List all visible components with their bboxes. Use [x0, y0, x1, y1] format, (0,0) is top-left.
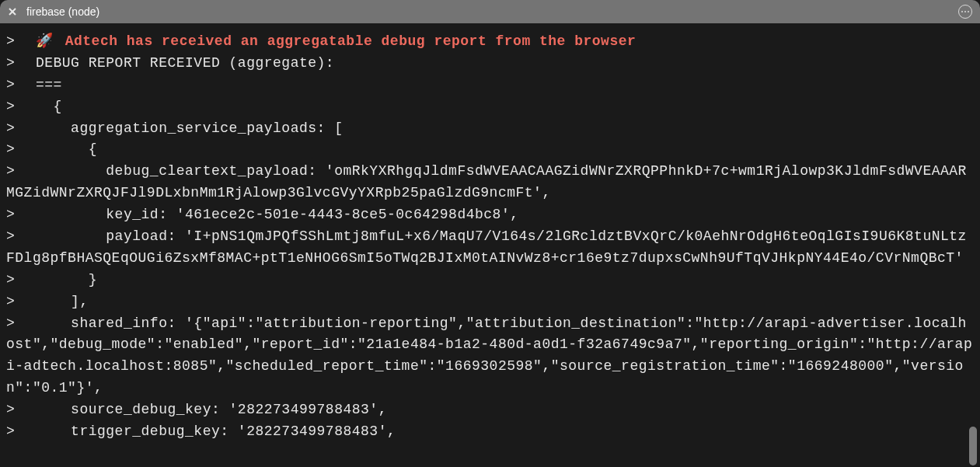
terminal-line: > {: [6, 139, 974, 161]
prompt-marker: >: [6, 294, 33, 309]
terminal-line: > key_id: '461ece2c-501e-4443-8ce5-0c642…: [6, 204, 974, 226]
prompt-marker: >: [6, 141, 33, 157]
scrollbar-track[interactable]: [971, 23, 978, 467]
terminal-text: {: [36, 141, 97, 157]
terminal-line: > shared_info: '{"api":"attribution-repo…: [6, 313, 974, 400]
terminal-line: > payload: 'I+pNS1QmJPQfSShLmtj8mfuL+x6/…: [6, 226, 974, 270]
tab-options-button[interactable]: [958, 5, 972, 19]
terminal-text: trigger_debug_key: '282273499788483',: [36, 423, 396, 439]
prompt-marker: >: [6, 77, 33, 92]
terminal-text: {: [36, 99, 62, 114]
terminal-line: > aggregation_service_payloads: [: [6, 118, 974, 140]
close-icon: [9, 8, 16, 16]
terminal-line: > 🚀 Adtech has received an aggregatable …: [6, 31, 974, 53]
terminal-text: source_debug_key: '282273499788483',: [36, 402, 387, 417]
terminal-text: aggregation_service_payloads: [: [36, 120, 344, 136]
prompt-marker: >: [6, 99, 33, 114]
prompt-marker: >: [6, 228, 33, 244]
terminal-text: ===: [36, 77, 62, 92]
terminal-text: key_id: '461ece2c-501e-4443-8ce5-0c64298…: [36, 207, 519, 222]
tab-title: firebase (node): [26, 5, 99, 18]
terminal-line: > debug_cleartext_payload: 'omRkYXRhgqJl…: [6, 161, 974, 204]
prompt-marker: >: [6, 272, 33, 288]
terminal-text: ],: [36, 294, 89, 309]
terminal-text: }: [36, 272, 97, 288]
terminal-line: > DEBUG REPORT RECEIVED (aggregate):: [6, 53, 974, 75]
prompt-marker: >: [6, 207, 33, 222]
terminal-line: > }: [6, 270, 974, 291]
prompt-marker: >: [6, 423, 33, 439]
highlight-message: Adtech has received an aggregatable debu…: [56, 33, 636, 49]
ellipsis-icon: [961, 11, 969, 12]
terminal-output: > 🚀 Adtech has received an aggregatable …: [0, 23, 980, 467]
terminal-text: payload: 'I+pNS1QmJPQfSShLmtj8mfuL+x6/Ma…: [6, 228, 967, 266]
prompt-marker: >: [6, 55, 33, 71]
terminal-text: DEBUG REPORT RECEIVED (aggregate):: [36, 55, 334, 71]
scrollbar-thumb[interactable]: [969, 427, 977, 465]
close-tab-button[interactable]: [6, 5, 19, 18]
terminal-line: > ===: [6, 75, 974, 96]
terminal-line: > source_debug_key: '282273499788483',: [6, 399, 974, 421]
terminal-text: shared_info: '{"api":"attribution-report…: [6, 315, 972, 396]
terminal-tab-bar: firebase (node): [0, 0, 980, 23]
prompt-marker: >: [6, 315, 33, 331]
terminal-line: > trigger_debug_key: '282273499788483',: [6, 421, 974, 443]
rocket-icon: 🚀: [36, 33, 54, 49]
prompt-marker: >: [6, 120, 33, 136]
prompt-marker: >: [6, 402, 33, 417]
prompt-marker: >: [6, 163, 33, 179]
terminal-line: > ],: [6, 291, 974, 313]
terminal-text: debug_cleartext_payload: 'omRkYXRhgqJldm…: [6, 163, 967, 200]
prompt-marker: >: [6, 33, 33, 49]
terminal-line: > {: [6, 96, 974, 118]
